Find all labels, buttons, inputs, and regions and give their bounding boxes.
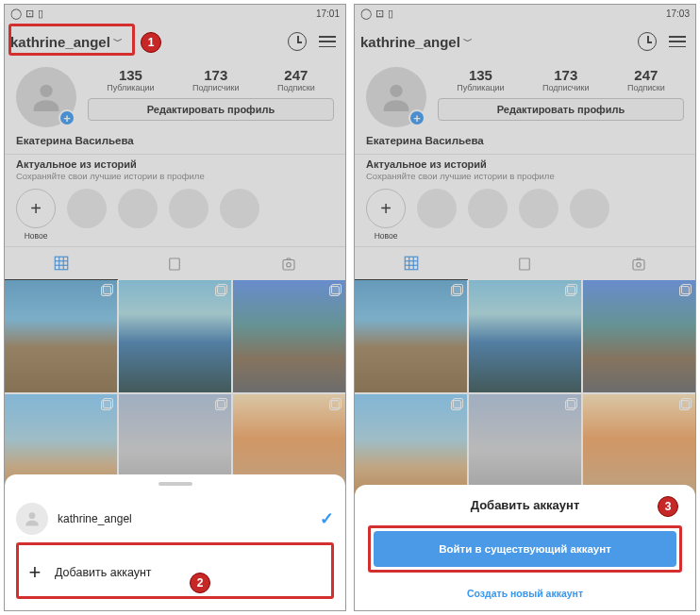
tab-feed[interactable]: [118, 247, 231, 280]
carousel-icon: [101, 398, 113, 410]
feed-icon: [516, 256, 533, 273]
stat-following[interactable]: 247Подписки: [277, 67, 315, 92]
username-label: kathrine_angel: [10, 34, 110, 50]
svg-rect-11: [405, 257, 418, 270]
clock: 17:01: [316, 8, 340, 19]
svg-point-8: [287, 262, 292, 267]
carousel-icon: [451, 398, 463, 410]
profile-avatar[interactable]: +: [366, 67, 426, 127]
post-thumbnail[interactable]: [355, 280, 467, 392]
carousel-icon: [679, 284, 692, 296]
plus-icon: +: [16, 189, 56, 228]
add-account-row[interactable]: + Добавить аккаунт: [23, 551, 327, 594]
carousel-icon: [565, 284, 577, 296]
checkmark-icon: ✓: [320, 508, 334, 529]
plus-icon: +: [25, 560, 45, 585]
display-name: Екатерина Васильева: [5, 135, 345, 154]
carousel-icon: [329, 398, 342, 410]
post-thumbnail[interactable]: [233, 280, 345, 392]
svg-rect-16: [520, 258, 530, 270]
person-icon: [23, 509, 42, 528]
camera-icon: ⊡: [375, 8, 384, 20]
highlights-subtitle: Сохраняйте свои лучшие истории в профиле: [366, 171, 684, 181]
stat-posts[interactable]: 135Публикации: [107, 67, 154, 92]
svg-point-0: [40, 85, 52, 97]
history-icon: [638, 32, 657, 51]
tagged-icon: [630, 256, 647, 273]
add-story-badge[interactable]: +: [58, 109, 75, 126]
sheet-handle[interactable]: [158, 482, 192, 486]
account-switcher-sheet: kathrine_angel ✓ + Добавить аккаунт: [5, 474, 345, 610]
highlight-placeholder: [67, 189, 107, 241]
chevron-down-icon: ﹀: [463, 35, 473, 48]
profile-avatar[interactable]: +: [16, 67, 76, 127]
status-bar: ◯⊡▯ 17:03: [355, 5, 695, 22]
tab-feed[interactable]: [468, 247, 581, 280]
post-thumbnail[interactable]: [583, 280, 695, 392]
hamburger-icon: [669, 36, 686, 47]
carousel-icon: [565, 398, 577, 410]
person-icon: [377, 78, 415, 116]
plus-icon: +: [366, 189, 406, 228]
highlight-new[interactable]: +Новое: [16, 189, 56, 241]
add-account-sheet: 3 Добавить аккаунт Войти в существующий …: [355, 485, 695, 610]
tab-grid[interactable]: [5, 247, 118, 280]
add-story-badge[interactable]: +: [408, 109, 425, 126]
carousel-icon: [215, 284, 227, 296]
stat-following[interactable]: 247Подписки: [627, 67, 665, 92]
sheet-title: Добавить аккаунт: [368, 494, 682, 525]
svg-point-10: [390, 85, 402, 97]
highlight-placeholder: [519, 189, 558, 241]
phone-left: 1 ◯⊡▯ 17:01 kathrine_angel ﹀ + 135Публик…: [4, 4, 346, 611]
account-row[interactable]: kathrine_angel ✓: [16, 495, 334, 542]
post-thumbnail[interactable]: [5, 280, 117, 392]
top-bar: kathrine_angel ﹀: [5, 22, 345, 61]
callout-badge-3: 3: [658, 496, 678, 517]
stat-followers[interactable]: 173Подписчики: [542, 67, 590, 92]
menu-button[interactable]: [665, 29, 690, 54]
person-icon: [27, 78, 65, 116]
status-bar: ◯⊡▯ 17:01: [5, 5, 345, 22]
highlights-title: Актуальное из историй: [16, 158, 334, 170]
grid-icon: [403, 255, 420, 272]
circle-icon: ◯: [10, 8, 22, 20]
username-dropdown[interactable]: kathrine_angel ﹀: [10, 34, 123, 50]
history-icon: [288, 32, 307, 51]
carousel-icon: [101, 284, 113, 296]
archive-button[interactable]: [635, 29, 659, 54]
username-dropdown[interactable]: kathrine_angel ﹀: [360, 34, 473, 50]
svg-rect-6: [170, 258, 180, 270]
carousel-icon: [451, 284, 463, 296]
highlight-placeholder: [468, 189, 508, 241]
highlight-placeholder: [220, 189, 259, 241]
post-thumbnail[interactable]: [469, 280, 581, 392]
create-account-link[interactable]: Создать новый аккаунт: [366, 588, 684, 599]
highlight-placeholder: [417, 189, 457, 241]
carousel-icon: [679, 398, 692, 410]
archive-button[interactable]: [285, 29, 309, 54]
menu-button[interactable]: [315, 29, 340, 54]
highlight-placeholder: [118, 189, 158, 241]
carousel-icon: [329, 284, 342, 296]
highlights-title: Актуальное из историй: [366, 158, 684, 170]
carousel-icon: [215, 398, 227, 410]
username-label: kathrine_angel: [360, 34, 460, 50]
highlight-new[interactable]: +Новое: [366, 189, 406, 241]
circle-icon: ◯: [360, 8, 372, 20]
tab-tagged[interactable]: [582, 247, 695, 280]
top-bar: kathrine_angel ﹀: [355, 22, 695, 61]
tab-grid[interactable]: [355, 247, 468, 280]
feed-icon: [166, 256, 183, 273]
edit-profile-button[interactable]: Редактировать профиль: [88, 98, 334, 121]
tab-tagged[interactable]: [232, 247, 345, 280]
stat-followers[interactable]: 173Подписчики: [192, 67, 240, 92]
callout-badge-1: 1: [141, 32, 161, 53]
login-existing-button[interactable]: Войти в существующий аккаунт: [374, 531, 676, 567]
edit-profile-button[interactable]: Редактировать профиль: [438, 98, 684, 121]
mark-icon: ▯: [388, 8, 393, 20]
svg-rect-7: [283, 259, 294, 270]
grid-icon: [53, 255, 70, 272]
stat-posts[interactable]: 135Публикации: [457, 67, 504, 92]
post-thumbnail[interactable]: [119, 280, 231, 392]
clock: 17:03: [666, 8, 690, 19]
